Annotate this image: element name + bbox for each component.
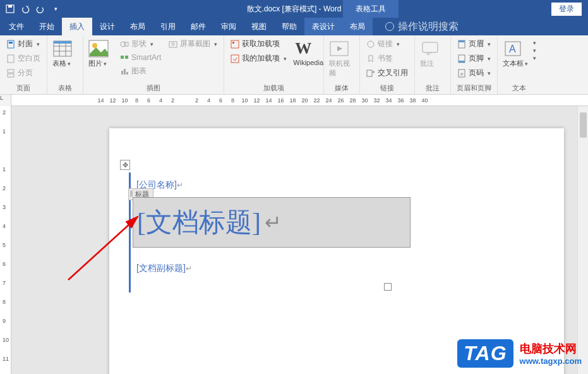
cover-page-button[interactable]: 封面▾: [4, 37, 43, 51]
group-pages: 封面▾ 空白页 分页 页面: [0, 35, 47, 94]
quick-access-toolbar: ▾: [0, 4, 66, 14]
tab-layout[interactable]: 布局: [123, 18, 153, 35]
svg-rect-19: [121, 71, 123, 75]
tab-home[interactable]: 开始: [32, 18, 62, 35]
group-label-text: 文本: [501, 82, 536, 94]
group-label-media: 媒体: [328, 82, 356, 94]
table-icon: [52, 39, 73, 59]
undo-icon[interactable]: [20, 4, 30, 14]
tab-insert[interactable]: 插入: [62, 18, 92, 35]
horizontal-ruler[interactable]: L 14121086422468101214161820222426283032…: [0, 95, 588, 106]
svg-rect-24: [231, 40, 239, 48]
tab-table-design[interactable]: 表设计: [304, 18, 342, 35]
ribbon: 封面▾ 空白页 分页 页面 表格▾ 表格 图片▾ 形状▾ SmartArt 图表: [0, 35, 588, 95]
crossref-button[interactable]: 交叉引用: [364, 66, 411, 80]
watermark-cn: 电脑技术网: [520, 341, 582, 356]
svg-point-23: [172, 43, 174, 45]
tab-design[interactable]: 设计: [92, 18, 123, 35]
tab-references[interactable]: 引用: [153, 18, 183, 35]
svg-rect-1: [8, 5, 12, 8]
group-illustrations: 图片▾ 形状▾ SmartArt 图表 屏幕截图▾ 插图: [83, 35, 224, 94]
group-tables: 表格▾ 表格: [47, 35, 83, 94]
ruler-corner: L: [0, 95, 11, 106]
redo-icon[interactable]: [35, 4, 45, 14]
smartart-button[interactable]: SmartArt: [117, 52, 164, 63]
group-text: A 文本框▾ ▾ ▾ ▾ 文本: [498, 35, 540, 94]
vertical-scrollbar[interactable]: [577, 106, 588, 374]
document-page[interactable]: [109, 128, 564, 374]
shapes-button[interactable]: 形状▾: [117, 37, 164, 51]
pagenum-button[interactable]: #页码▾: [455, 66, 493, 80]
tab-view[interactable]: 视图: [244, 18, 274, 35]
screenshot-button[interactable]: 屏幕截图▾: [166, 37, 220, 51]
svg-text:A: A: [509, 44, 516, 54]
svg-rect-12: [54, 41, 71, 44]
video-icon: [329, 39, 349, 59]
page-break-button[interactable]: 分页: [4, 66, 43, 80]
qat-dropdown-icon[interactable]: ▾: [51, 4, 61, 14]
textbox-icon: A: [503, 39, 523, 59]
vertical-ruler[interactable]: 211234567891011: [0, 106, 11, 374]
group-label-links: 链接: [364, 82, 411, 94]
svg-rect-30: [423, 42, 438, 52]
save-icon[interactable]: [5, 4, 15, 14]
document-title-field[interactable]: [文档标题] ↵: [133, 197, 411, 248]
group-links: 链接▾ 书签 交叉引用 链接: [360, 35, 415, 94]
tell-me-search[interactable]: 操作说明搜索: [373, 18, 459, 35]
link-button[interactable]: 链接▾: [364, 37, 411, 51]
my-addins-button[interactable]: 我的加载项▾: [228, 52, 289, 65]
tab-table-layout[interactable]: 布局: [342, 18, 373, 35]
scrollbar-thumb[interactable]: [580, 112, 587, 138]
end-cell-mark-icon: [384, 283, 392, 291]
para-mark-icon: ↵: [186, 264, 192, 273]
tab-review[interactable]: 审阅: [213, 18, 244, 35]
more-text-icon[interactable]: ▾: [533, 40, 536, 46]
svg-rect-25: [232, 42, 234, 44]
more-text3-icon[interactable]: ▾: [533, 55, 536, 61]
document-title: 散文.docx [兼容模式] - Word: [247, 4, 342, 15]
group-label-tables: 表格: [51, 82, 79, 94]
svg-rect-17: [121, 56, 124, 59]
table-move-handle-icon[interactable]: ✥: [120, 160, 130, 170]
tab-mailings[interactable]: 邮件: [183, 18, 213, 35]
subtitle-placeholder[interactable]: [文档副标题]↵: [136, 263, 192, 274]
group-header-footer: 页眉▾ 页脚▾ #页码▾ 页眉和页脚: [451, 35, 498, 94]
page-area[interactable]: ✥ [公司名称]↵ 标题 [文档标题] ↵ [文档副标题]↵: [11, 106, 588, 374]
tell-me-label: 操作说明搜索: [398, 20, 459, 33]
group-label-hf: 页眉和页脚: [455, 82, 493, 94]
svg-rect-26: [231, 55, 239, 63]
svg-rect-6: [8, 74, 14, 77]
comment-button[interactable]: 批注: [419, 37, 447, 81]
chart-button[interactable]: 图表: [117, 64, 164, 78]
group-label-comments: 批注: [419, 82, 447, 94]
textbox-button[interactable]: A 文本框▾: [501, 37, 529, 81]
footer-button[interactable]: 页脚▾: [455, 52, 493, 65]
bookmark-button[interactable]: 书签: [364, 52, 411, 65]
tab-help[interactable]: 帮助: [274, 18, 304, 35]
svg-rect-20: [124, 69, 126, 75]
group-label-pages: 页面: [4, 82, 43, 94]
header-button[interactable]: 页眉▾: [455, 37, 493, 51]
group-media: 联机视频 媒体: [324, 35, 360, 94]
login-button[interactable]: 登录: [551, 3, 582, 16]
svg-rect-32: [459, 40, 465, 42]
svg-rect-22: [169, 42, 177, 47]
svg-rect-21: [126, 72, 128, 75]
wikipedia-button[interactable]: W Wikipedia: [292, 37, 320, 81]
svg-rect-5: [8, 69, 14, 73]
tab-file[interactable]: 文件: [1, 18, 32, 35]
pictures-button[interactable]: 图片▾: [87, 37, 115, 81]
get-addins-button[interactable]: 获取加载项: [228, 37, 289, 51]
svg-rect-3: [9, 42, 13, 44]
online-video-button[interactable]: 联机视频: [328, 37, 356, 81]
blank-page-button[interactable]: 空白页: [4, 52, 43, 65]
para-mark-icon: ↵: [177, 181, 183, 190]
watermark-logo: TAG 电脑技术网 www.tagxp.com: [457, 339, 582, 368]
svg-rect-4: [8, 55, 14, 63]
svg-text:#: #: [460, 71, 464, 77]
table-button[interactable]: 表格▾: [51, 37, 79, 81]
group-addins: 获取加载项 我的加载项▾ W Wikipedia 加载项: [224, 35, 324, 94]
more-text2-icon[interactable]: ▾: [533, 47, 536, 54]
workspace: 211234567891011 ✥ [公司名称]↵ 标题 [文档标题] ↵ [文…: [0, 106, 588, 374]
comment-icon: [420, 39, 440, 59]
